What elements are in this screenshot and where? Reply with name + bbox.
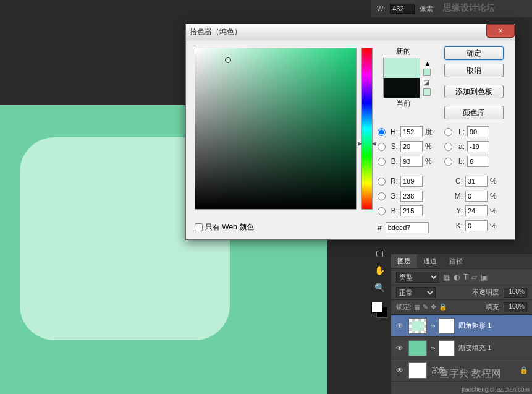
layer-mask-thumb[interactable]	[439, 318, 455, 334]
lock-icon: 🔒	[520, 366, 528, 374]
b-radio[interactable]	[378, 207, 386, 215]
layer-name[interactable]: 圆角矩形 1	[458, 321, 528, 330]
filter-adjust-icon[interactable]: ◐	[454, 273, 460, 281]
r-row: R:	[378, 175, 423, 187]
new-color-swatch[interactable]	[384, 58, 420, 78]
tool-strip: ↖ ▢ ✋ 🔍	[369, 229, 389, 318]
g-row: G:	[378, 190, 423, 202]
hue-input[interactable]	[400, 126, 423, 137]
filter-smart-icon[interactable]: ▣	[481, 273, 488, 281]
websafe-warning-icon[interactable]: ◪	[423, 79, 432, 87]
hex-label: #	[378, 223, 382, 232]
link-icon[interactable]: ∞	[431, 322, 435, 329]
sat-radio[interactable]	[378, 143, 386, 151]
y-row: Y: %	[452, 205, 499, 217]
lock-all-icon[interactable]: 🔒	[439, 303, 447, 311]
layer-thumb[interactable]	[408, 318, 427, 334]
filter-type-icon[interactable]: T	[463, 273, 468, 281]
watermark-bottom-url: jiaocheng.chazidian.com	[462, 386, 530, 393]
c-input[interactable]	[465, 176, 488, 187]
lock-label: 锁定:	[396, 302, 412, 312]
current-color-swatch[interactable]	[384, 78, 420, 98]
bri-input[interactable]	[400, 156, 423, 167]
visibility-icon[interactable]: 👁	[395, 366, 405, 375]
layer-row[interactable]: 👁 ∞ 渐变填充 1	[391, 337, 532, 359]
lab-l-input[interactable]	[467, 126, 489, 137]
new-color-label: 新的	[387, 46, 420, 57]
dialog-titlebar[interactable]: 拾色器（纯色） ×	[186, 24, 515, 40]
lab-l-radio[interactable]	[444, 128, 452, 136]
rect-tool-icon[interactable]: ▢	[373, 246, 386, 260]
fill-input[interactable]: 100%	[504, 302, 527, 312]
g-input[interactable]	[400, 191, 423, 202]
lock-paint-icon[interactable]: ✎	[423, 303, 428, 311]
layer-thumb[interactable]	[408, 362, 427, 379]
lab-a-radio[interactable]	[444, 143, 452, 151]
tab-layers[interactable]: 图层	[391, 254, 417, 268]
add-to-swatches-button[interactable]: 添加到色板	[444, 85, 504, 98]
sat-input[interactable]	[400, 141, 423, 152]
zoom-tool-icon[interactable]: 🔍	[373, 281, 386, 294]
gamut-warning-icon[interactable]: ▲	[423, 59, 432, 67]
cancel-button[interactable]: 取消	[444, 64, 504, 77]
web-only-label: 只有 Web 颜色	[205, 222, 254, 233]
color-library-button[interactable]: 颜色库	[444, 106, 504, 119]
foreground-color-swatch[interactable]	[371, 302, 382, 313]
k-row: K: %	[452, 220, 499, 232]
tab-paths[interactable]: 路径	[443, 254, 469, 268]
r-radio[interactable]	[378, 178, 386, 186]
width-input[interactable]	[390, 4, 415, 14]
hue-slider[interactable]	[361, 48, 373, 210]
width-unit: 像素	[420, 4, 433, 14]
color-preview	[383, 58, 420, 97]
opacity-input[interactable]: 100%	[504, 288, 527, 298]
ok-button[interactable]: 确定	[444, 46, 504, 60]
r-input[interactable]	[400, 176, 423, 187]
m-input[interactable]	[465, 191, 488, 202]
g-radio[interactable]	[378, 192, 386, 200]
lab-b-radio[interactable]	[444, 158, 452, 166]
close-icon: ×	[498, 27, 502, 35]
link-icon[interactable]: ∞	[431, 345, 435, 351]
lab-b-input[interactable]	[467, 156, 489, 167]
watermark-bottom: 查字典 教程网	[439, 367, 501, 380]
web-only-checkbox[interactable]	[195, 223, 203, 231]
blend-mode-select[interactable]: 正常	[396, 287, 436, 298]
fill-label: 填充:	[486, 302, 501, 312]
hex-input[interactable]	[386, 222, 429, 233]
lock-pos-icon[interactable]: ✥	[431, 303, 436, 311]
lab-a-input[interactable]	[467, 141, 489, 152]
b-input[interactable]	[400, 205, 423, 216]
filter-pixel-icon[interactable]: ▦	[443, 273, 450, 281]
visibility-icon[interactable]: 👁	[395, 322, 405, 330]
lock-trans-icon[interactable]: ▦	[414, 303, 420, 311]
panel-tabs: 图层 通道 路径	[391, 254, 532, 269]
b-row: B:	[378, 205, 423, 217]
websafe-corrected-swatch[interactable]	[423, 88, 431, 96]
layer-mask-thumb[interactable]	[439, 340, 455, 356]
y-input[interactable]	[465, 205, 488, 216]
web-only-checkbox-row[interactable]: 只有 Web 颜色	[195, 222, 254, 233]
k-input[interactable]	[465, 220, 488, 231]
color-field[interactable]	[195, 48, 357, 210]
lab-a-row: a:	[444, 140, 489, 153]
color-picker-dialog: 拾色器（纯色） × ▶◀ 新的 当前 ▲ ◪ 确定 取消 添加到色板 颜色库 H…	[185, 24, 515, 240]
layer-row[interactable]: 👁 ∞ 圆角矩形 1	[391, 315, 532, 337]
color-field-cursor[interactable]	[225, 57, 231, 63]
hex-row: #	[378, 222, 429, 233]
hue-radio[interactable]	[378, 128, 386, 136]
lock-fill-row: 锁定: ▦ ✎ ✥ 🔒 填充: 100%	[391, 300, 532, 315]
gamut-corrected-swatch[interactable]	[423, 69, 431, 76]
color-swatches[interactable]	[371, 302, 387, 318]
layer-name[interactable]: 渐变填充 1	[458, 343, 528, 353]
close-button[interactable]: ×	[486, 24, 515, 38]
layer-thumb[interactable]	[408, 340, 427, 356]
visibility-icon[interactable]: 👁	[395, 344, 405, 353]
layer-kind-select[interactable]: 类型	[396, 272, 439, 283]
c-row: C: %	[452, 175, 499, 187]
tab-channels[interactable]: 通道	[417, 254, 443, 268]
dialog-body: ▶◀ 新的 当前 ▲ ◪ 确定 取消 添加到色板 颜色库 H: 度 S: % B…	[186, 40, 515, 241]
hand-tool-icon[interactable]: ✋	[373, 263, 386, 277]
filter-shape-icon[interactable]: ▱	[471, 273, 477, 281]
bri-radio[interactable]	[378, 158, 386, 166]
